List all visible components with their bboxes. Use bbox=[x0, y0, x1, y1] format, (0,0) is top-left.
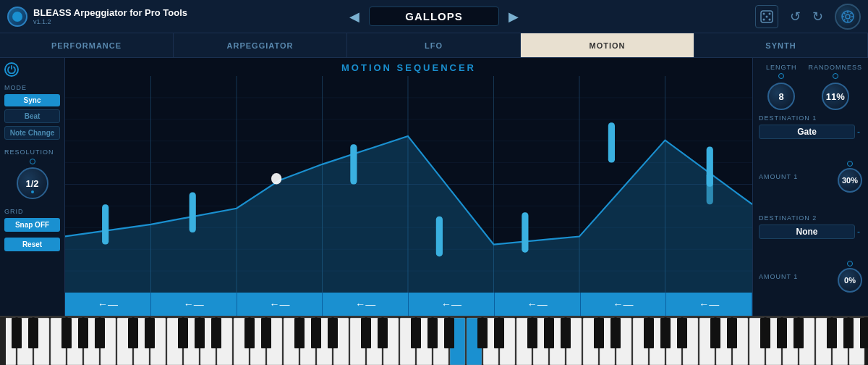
mode-sync-button[interactable]: Sync bbox=[4, 94, 60, 106]
svg-rect-37 bbox=[436, 217, 443, 256]
svg-rect-103 bbox=[195, 318, 205, 348]
resolution-dot bbox=[31, 190, 34, 193]
svg-rect-41 bbox=[707, 172, 713, 204]
svg-rect-124 bbox=[677, 318, 687, 348]
amount2-label: AMOUNT 1 bbox=[759, 273, 798, 280]
randomness-knob[interactable]: 11% bbox=[822, 83, 849, 110]
svg-rect-40 bbox=[707, 146, 713, 186]
length-randomness-row: LENGTH 8 RANDOMNESS 11% bbox=[759, 64, 862, 110]
app-header: BLEASS Arpeggiator for Pro Tools v1.1.2 … bbox=[0, 0, 868, 33]
amount2-knob[interactable]: 0% bbox=[838, 268, 862, 293]
step-2[interactable]: ←— bbox=[151, 293, 237, 316]
svg-rect-101 bbox=[145, 318, 155, 348]
reset-button[interactable]: Reset bbox=[4, 238, 60, 251]
steps-bar: ←— ←— ←— ←— ←— ←— ←— ←— bbox=[65, 293, 752, 316]
length-section: LENGTH 8 bbox=[759, 64, 804, 110]
resolution-knob-indicator bbox=[30, 159, 35, 164]
svg-rect-99 bbox=[95, 318, 105, 348]
svg-rect-131 bbox=[843, 318, 854, 348]
power-icon bbox=[7, 65, 16, 74]
dice-button[interactable] bbox=[755, 5, 778, 28]
tab-performance[interactable]: PERFORMANCE bbox=[0, 33, 174, 57]
amount1-knob-indicator bbox=[847, 161, 853, 167]
length-label: LENGTH bbox=[766, 64, 797, 71]
preset-nav: ◀ GALLOPS ▶ bbox=[344, 7, 524, 27]
mode-beat-button[interactable]: Beat bbox=[4, 109, 60, 123]
redo-button[interactable]: ↻ bbox=[809, 7, 826, 26]
step-5[interactable]: ←— bbox=[409, 293, 495, 316]
tab-synth[interactable]: SYNTH bbox=[694, 33, 868, 57]
svg-rect-97 bbox=[61, 318, 72, 348]
step-8[interactable]: ←— bbox=[666, 293, 752, 316]
tab-bar: PERFORMANCE ARPEGGIATOR LFO MOTION SYNTH bbox=[0, 33, 868, 58]
svg-rect-112 bbox=[411, 318, 421, 348]
svg-rect-102 bbox=[178, 318, 188, 348]
amount1-value: 30% bbox=[842, 176, 858, 185]
step-3[interactable]: ←— bbox=[237, 293, 323, 316]
sequencer-grid[interactable] bbox=[65, 76, 752, 293]
undo-redo-group: ↺ ↻ bbox=[787, 7, 826, 26]
amount2-section: AMOUNT 1 0% bbox=[759, 243, 862, 310]
svg-point-3 bbox=[763, 18, 765, 20]
mode-notechange-button[interactable]: Note Change bbox=[4, 126, 60, 140]
preset-next-button[interactable]: ▶ bbox=[503, 7, 524, 27]
settings-icon bbox=[841, 9, 855, 24]
svg-point-1 bbox=[763, 12, 765, 14]
svg-rect-107 bbox=[294, 318, 305, 348]
randomness-section: RANDOMNESS 11% bbox=[808, 64, 862, 110]
amount1-section: AMOUNT 1 30% bbox=[759, 143, 862, 210]
dest1-arrow[interactable]: - bbox=[855, 127, 862, 137]
amount2-knob-indicator bbox=[847, 261, 853, 267]
piano-svg bbox=[0, 317, 868, 365]
dice-icon bbox=[760, 10, 773, 23]
svg-rect-108 bbox=[311, 318, 321, 348]
step-4[interactable]: ←— bbox=[323, 293, 409, 316]
right-panel: LENGTH 8 RANDOMNESS 11% DESTINATION 1 Ga… bbox=[752, 58, 868, 316]
svg-line-12 bbox=[843, 12, 845, 14]
svg-rect-133 bbox=[0, 317, 6, 365]
svg-rect-125 bbox=[710, 318, 720, 348]
length-knob-indicator bbox=[778, 73, 784, 79]
svg-point-2 bbox=[769, 12, 771, 14]
svg-rect-110 bbox=[361, 318, 371, 348]
dest1-row: Gate - bbox=[759, 125, 862, 139]
resolution-knob[interactable]: 1/2 bbox=[17, 167, 48, 199]
svg-rect-33 bbox=[102, 204, 109, 244]
amount1-knob[interactable]: 30% bbox=[838, 168, 862, 193]
power-button[interactable] bbox=[4, 62, 19, 77]
tab-motion[interactable]: MOTION bbox=[521, 33, 694, 57]
undo-button[interactable]: ↺ bbox=[787, 7, 804, 26]
step-1[interactable]: ←— bbox=[65, 293, 151, 316]
amount1-label: AMOUNT 1 bbox=[759, 173, 798, 180]
tab-lfo[interactable]: LFO bbox=[347, 33, 521, 57]
dest2-arrow[interactable]: - bbox=[855, 227, 862, 237]
svg-rect-113 bbox=[427, 318, 438, 348]
piano bbox=[0, 316, 868, 365]
amount2-value: 0% bbox=[844, 276, 856, 285]
settings-button[interactable] bbox=[835, 4, 861, 30]
length-knob[interactable]: 8 bbox=[767, 83, 795, 110]
svg-rect-104 bbox=[211, 318, 221, 348]
svg-point-35 bbox=[271, 173, 281, 185]
svg-rect-121 bbox=[610, 318, 621, 348]
step-7[interactable]: ←— bbox=[581, 293, 667, 316]
dest1-value[interactable]: Gate bbox=[759, 125, 855, 139]
piano-keys bbox=[0, 317, 868, 365]
svg-line-14 bbox=[851, 12, 852, 14]
dest2-value[interactable]: None bbox=[759, 225, 855, 239]
header-right: ↺ ↻ bbox=[755, 4, 861, 30]
svg-rect-117 bbox=[527, 318, 537, 348]
svg-rect-106 bbox=[261, 318, 271, 348]
sequencer-area: MOTION SEQUENCER bbox=[65, 58, 752, 316]
preset-prev-button[interactable]: ◀ bbox=[344, 7, 365, 27]
svg-point-7 bbox=[846, 14, 850, 19]
svg-rect-95 bbox=[12, 318, 22, 348]
snap-button[interactable]: Snap OFF bbox=[4, 218, 60, 232]
svg-rect-123 bbox=[660, 318, 671, 348]
resolution-value: 1/2 bbox=[25, 178, 38, 189]
dest2-row: None - bbox=[759, 225, 862, 239]
randomness-value: 11% bbox=[826, 91, 845, 102]
tab-arpeggiator[interactable]: ARPEGGIATOR bbox=[174, 33, 347, 57]
step-6[interactable]: ←— bbox=[495, 293, 581, 316]
svg-rect-128 bbox=[777, 318, 787, 348]
